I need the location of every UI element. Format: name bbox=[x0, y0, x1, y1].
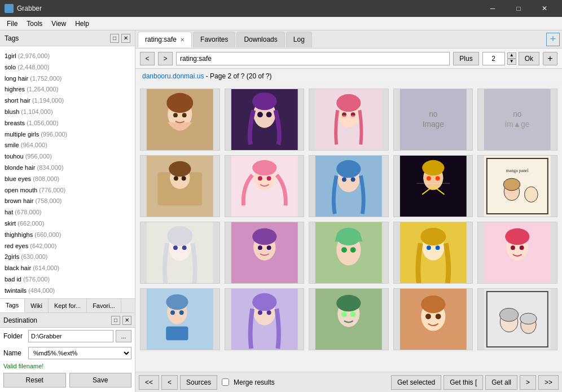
image-thumb[interactable] bbox=[393, 288, 473, 350]
sidebar-tab-favori[interactable]: Favori... bbox=[87, 299, 121, 312]
tag-item[interactable]: smile (964,000) bbox=[5, 140, 130, 151]
get-selected-button[interactable]: Get selected bbox=[391, 375, 441, 390]
menu-help[interactable]: Help bbox=[71, 17, 94, 30]
tag-count: (1,264,000) bbox=[27, 86, 58, 93]
tag-item[interactable]: red eyes (642,000) bbox=[5, 241, 130, 252]
tag-item[interactable]: 2girls (630,000) bbox=[5, 252, 130, 263]
tab-close-rating-safe[interactable]: ✕ bbox=[180, 37, 185, 43]
svg-point-86 bbox=[252, 293, 276, 311]
sidebar-tab-wiki[interactable]: Wiki bbox=[25, 299, 49, 312]
forward-button[interactable]: > bbox=[158, 52, 173, 65]
image-thumb[interactable]: manga panel bbox=[477, 155, 557, 217]
menu-view[interactable]: View bbox=[47, 17, 71, 30]
tag-item[interactable]: blue eyes (808,000) bbox=[5, 174, 130, 185]
image-thumb[interactable] bbox=[309, 89, 389, 151]
folder-input[interactable] bbox=[28, 330, 113, 342]
image-thumb[interactable] bbox=[477, 222, 557, 284]
next-button[interactable]: > bbox=[520, 375, 536, 390]
tag-item[interactable]: touhou (956,000) bbox=[5, 151, 130, 162]
tab-downloads[interactable]: Downloads bbox=[236, 32, 284, 47]
image-thumb[interactable] bbox=[225, 155, 305, 217]
tag-item[interactable]: brown hair (758,000) bbox=[5, 196, 130, 207]
get-all-button[interactable]: Get all bbox=[485, 375, 517, 390]
image-thumb[interactable] bbox=[309, 222, 389, 284]
new-search-button[interactable]: + bbox=[543, 52, 557, 65]
maximize-button[interactable]: □ bbox=[506, 0, 532, 17]
tag-item[interactable]: twintails (484,000) bbox=[5, 285, 130, 297]
sidebar-tab-tags[interactable]: Tags bbox=[0, 299, 25, 312]
tag-item[interactable]: long hair (1,752,000) bbox=[5, 73, 130, 85]
plus-button[interactable]: Plus bbox=[453, 52, 478, 65]
thumb-inner bbox=[225, 89, 304, 150]
tag-item[interactable]: multiple girls (996,000) bbox=[5, 129, 130, 140]
thumb-inner bbox=[225, 156, 304, 217]
ok-button[interactable]: Ok bbox=[519, 52, 539, 65]
image-thumb[interactable] bbox=[140, 222, 220, 284]
image-thumb[interactable]: noim▲ge bbox=[477, 89, 557, 151]
tags-close-btn[interactable]: ✕ bbox=[121, 34, 130, 43]
tag-item[interactable]: thighhighs (660,000) bbox=[5, 230, 130, 241]
image-thumb[interactable]: noImage bbox=[393, 89, 473, 151]
svg-point-59 bbox=[258, 245, 262, 250]
tab-log[interactable]: Log bbox=[286, 32, 312, 47]
reset-button[interactable]: Reset bbox=[3, 373, 66, 387]
image-thumb[interactable] bbox=[225, 288, 305, 350]
thumb-inner bbox=[140, 289, 219, 350]
tag-item[interactable]: 1girl (2,976,000) bbox=[5, 51, 130, 62]
minimize-button[interactable]: ─ bbox=[480, 0, 506, 17]
tag-item[interactable]: bad id (576,000) bbox=[5, 274, 130, 285]
tag-item[interactable]: short hair (1,194,000) bbox=[5, 95, 130, 107]
prev-button[interactable]: < bbox=[161, 375, 178, 390]
image-thumb[interactable] bbox=[225, 222, 305, 284]
tag-item[interactable]: black hair (614,000) bbox=[5, 263, 130, 274]
svg-text:no: no bbox=[513, 110, 523, 118]
menu-tools[interactable]: Tools bbox=[22, 17, 47, 30]
get-this-button[interactable]: Get this [ bbox=[444, 375, 483, 390]
back-button[interactable]: < bbox=[140, 52, 155, 65]
tag-item[interactable]: open mouth (776,000) bbox=[5, 185, 130, 196]
tag-item[interactable]: blonde hair (834,000) bbox=[5, 162, 130, 174]
image-thumb[interactable] bbox=[477, 288, 557, 350]
tag-item[interactable]: skirt (662,000) bbox=[5, 218, 130, 230]
image-thumb[interactable] bbox=[309, 155, 389, 217]
tab-favorites[interactable]: Favorites bbox=[193, 32, 235, 47]
tag-name: smile bbox=[5, 142, 21, 148]
search-input[interactable] bbox=[176, 52, 450, 65]
image-thumb[interactable] bbox=[140, 288, 220, 350]
image-thumb[interactable] bbox=[393, 222, 473, 284]
menu-bar: File Tools View Help bbox=[0, 17, 562, 30]
page-number-input[interactable] bbox=[482, 52, 505, 65]
tag-item[interactable]: highres (1,264,000) bbox=[5, 84, 130, 95]
tag-item[interactable]: blush (1,104,000) bbox=[5, 107, 130, 118]
tag-item[interactable]: solo (2,448,000) bbox=[5, 62, 130, 73]
sources-button[interactable]: Sources bbox=[180, 375, 217, 390]
image-thumb[interactable] bbox=[140, 89, 220, 151]
image-thumb[interactable] bbox=[309, 288, 389, 350]
menu-file[interactable]: File bbox=[2, 17, 22, 30]
add-tab-button[interactable]: + bbox=[546, 33, 560, 46]
browse-button[interactable]: ... bbox=[116, 330, 131, 342]
prev-prev-button[interactable]: << bbox=[139, 375, 159, 390]
name-select[interactable]: %md5%.%ext% bbox=[28, 347, 131, 359]
main-layout: Tags □ ✕ 1girl (2,976,000)solo (2,448,00… bbox=[0, 30, 562, 392]
next-next-button[interactable]: >> bbox=[538, 375, 559, 390]
svg-point-2 bbox=[166, 93, 193, 113]
image-thumb[interactable] bbox=[140, 155, 220, 217]
page-up-button[interactable]: ▲ bbox=[507, 52, 516, 59]
merge-checkbox[interactable] bbox=[222, 378, 229, 386]
site-link[interactable]: danbooru.donmai.us bbox=[142, 72, 204, 80]
tag-item[interactable]: breasts (1,056,000) bbox=[5, 118, 130, 129]
tab-rating-safe[interactable]: rating:safe ✕ bbox=[138, 32, 192, 47]
image-thumb[interactable] bbox=[393, 155, 473, 217]
tags-minimize-btn[interactable]: □ bbox=[110, 34, 119, 43]
destination-minimize-btn[interactable]: □ bbox=[111, 316, 120, 325]
close-button[interactable]: ✕ bbox=[532, 0, 557, 17]
sidebar-tab-keptfor[interactable]: Kept for... bbox=[49, 299, 87, 312]
bottom-bar: << < Sources Merge results Get selected … bbox=[135, 372, 562, 392]
page-down-button[interactable]: ▼ bbox=[507, 59, 516, 65]
save-button[interactable]: Save bbox=[69, 373, 132, 387]
tag-name: blue eyes bbox=[5, 175, 33, 182]
destination-close-btn[interactable]: ✕ bbox=[122, 316, 131, 325]
image-thumb[interactable] bbox=[225, 89, 305, 151]
tag-item[interactable]: hat (678,000) bbox=[5, 207, 130, 218]
